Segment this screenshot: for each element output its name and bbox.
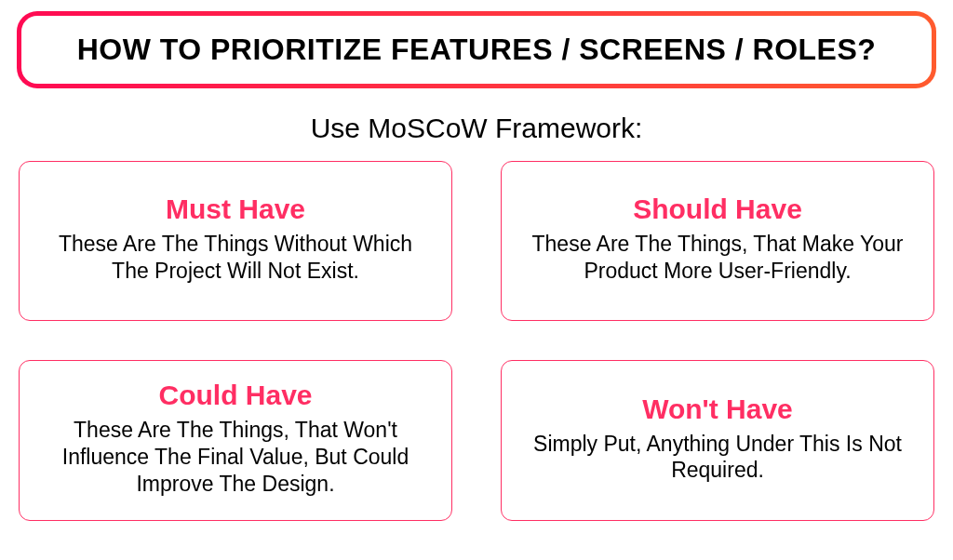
subtitle: Use MoSCoW Framework: <box>17 113 936 144</box>
card-wont-have: Won't Have Simply Put, Anything Under Th… <box>501 360 934 520</box>
card-title: Must Have <box>40 193 431 225</box>
card-desc: These Are The Things, That Won't Influen… <box>40 417 431 497</box>
page-title: HOW TO PRIORITIZE FEATURES / SCREENS / R… <box>40 33 913 67</box>
cards-grid: Must Have These Are The Things Without W… <box>17 161 936 521</box>
card-must-have: Must Have These Are The Things Without W… <box>19 161 452 321</box>
card-title: Should Have <box>522 193 913 225</box>
card-title: Won't Have <box>522 393 913 425</box>
card-desc: These Are The Things, That Make Your Pro… <box>522 231 913 285</box>
card-should-have: Should Have These Are The Things, That M… <box>501 161 934 321</box>
card-desc: These Are The Things Without Which The P… <box>40 231 431 285</box>
card-could-have: Could Have These Are The Things, That Wo… <box>19 360 452 520</box>
card-desc: Simply Put, Anything Under This Is Not R… <box>522 431 913 485</box>
card-title: Could Have <box>40 380 431 411</box>
header-box: HOW TO PRIORITIZE FEATURES / SCREENS / R… <box>17 11 936 88</box>
